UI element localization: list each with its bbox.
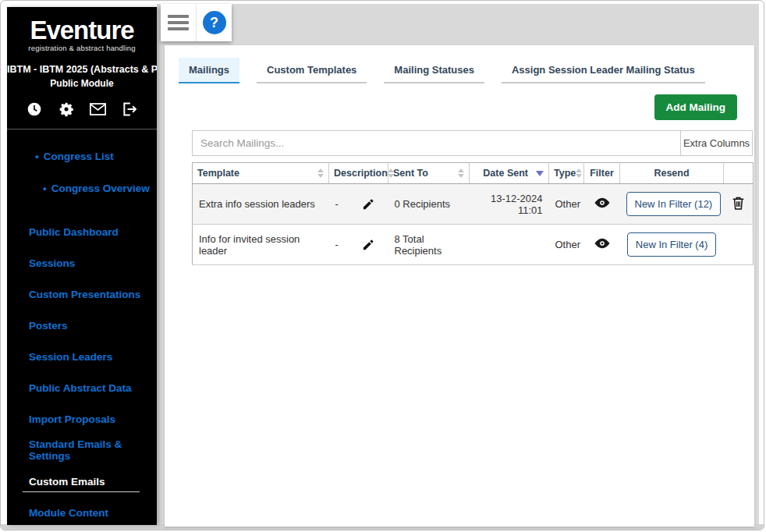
- pencil-icon: [362, 198, 374, 211]
- hamburger-icon: [168, 15, 189, 30]
- sidebar-item-congress-list[interactable]: Congress List: [7, 140, 157, 172]
- cell-resend: New In Filter (12): [620, 184, 724, 225]
- delete-button[interactable]: [732, 197, 744, 210]
- mailings-table-wrap: Template Description Sent To: [192, 162, 753, 265]
- sidebar-item-module-content[interactable]: Module Content: [7, 497, 157, 528]
- congress-block: IBTM - IBTM 2025 (Abstracts & Par... Pub…: [7, 64, 157, 89]
- cell-template: Info for invited session leader: [193, 225, 329, 265]
- sidebar-item-public-abstract-data[interactable]: Public Abstract Data: [7, 372, 157, 403]
- sort-icon: [317, 168, 324, 178]
- sidebar-item-custom-emails[interactable]: Custom Emails: [7, 466, 157, 497]
- sidebar-item-congress-overview[interactable]: Congress Overview: [7, 172, 157, 204]
- cell-actions: [724, 225, 754, 265]
- brand-tagline: registration & abstract handling: [7, 44, 157, 52]
- congress-title: IBTM - IBTM 2025 (Abstracts & Par...: [7, 64, 157, 75]
- cell-date-sent: 13-12-2024 11:01: [470, 184, 549, 225]
- sidebar-item-import-proposals[interactable]: Import Proposals: [7, 403, 157, 434]
- cell-type: Other: [549, 184, 584, 225]
- logout-icon[interactable]: [121, 101, 138, 118]
- column-header-template[interactable]: Template: [193, 163, 329, 184]
- sidebar: Eventure registration & abstract handlin…: [7, 7, 157, 525]
- column-header-resend: Resend: [620, 163, 724, 184]
- extra-columns-button[interactable]: Extra Columns: [680, 130, 753, 156]
- view-filter-button[interactable]: [594, 238, 610, 249]
- search-row: Extra Columns: [192, 130, 753, 156]
- search-input[interactable]: [192, 130, 681, 156]
- sidebar-item-public-dashboard[interactable]: Public Dashboard: [7, 216, 157, 247]
- tab-mailings[interactable]: Mailings: [179, 58, 239, 83]
- sidebar-spacer: [7, 204, 157, 216]
- column-header-filter: Filter: [584, 163, 620, 184]
- view-filter-button[interactable]: [594, 197, 610, 208]
- column-header-actions: [724, 163, 754, 184]
- module-label: Public Module: [7, 78, 157, 89]
- pencil-icon: [362, 239, 374, 251]
- table-header-row: Template Description Sent To: [193, 163, 754, 184]
- help-button[interactable]: ?: [196, 4, 232, 41]
- column-header-date-sent[interactable]: Date Sent: [470, 163, 549, 184]
- column-header-sent-to[interactable]: Sent To: [388, 163, 470, 184]
- sort-desc-icon: [536, 171, 544, 176]
- sort-icon: [576, 168, 582, 178]
- cell-resend: New In Filter (4): [620, 225, 724, 265]
- main-panel: Mailings Custom Templates Mailing Status…: [165, 45, 754, 527]
- cell-sent-to: 0 Recipients: [388, 184, 470, 225]
- cell-type: Other: [549, 225, 584, 265]
- sidebar-item-custom-presentations[interactable]: Custom Presentations: [7, 278, 157, 310]
- eye-icon: [594, 197, 610, 208]
- column-header-description[interactable]: Description: [329, 163, 388, 184]
- sort-icon: [458, 168, 464, 178]
- gear-icon[interactable]: [58, 101, 75, 118]
- resend-button[interactable]: New In Filter (12): [626, 192, 722, 216]
- menu-toggle-button[interactable]: [161, 4, 196, 41]
- sidebar-item-session-leaders[interactable]: Session Leaders: [7, 341, 157, 372]
- sidebar-item-sessions[interactable]: Sessions: [7, 247, 157, 278]
- add-mailing-button[interactable]: Add Mailing: [654, 94, 738, 120]
- tab-bar: Mailings Custom Templates Mailing Status…: [179, 58, 705, 83]
- cell-date-sent: [470, 225, 549, 265]
- eye-icon: [594, 238, 610, 249]
- app-window: Eventure registration & abstract handlin…: [0, 0, 764, 530]
- tab-custom-templates[interactable]: Custom Templates: [257, 58, 367, 83]
- clock-icon[interactable]: [26, 101, 43, 118]
- table-row: Info for invited session leader - 8 Tota…: [193, 225, 754, 265]
- help-icon: ?: [203, 11, 226, 34]
- cell-template: Extra info session leaders: [193, 184, 329, 225]
- sidebar-item-posters[interactable]: Posters: [7, 310, 157, 341]
- sidebar-icon-row: [7, 101, 157, 118]
- topbar: ?: [161, 4, 232, 41]
- brand-name: Eventure: [7, 17, 157, 43]
- edit-description-button[interactable]: [362, 239, 374, 251]
- tab-assign-session-leader-mailing-status[interactable]: Assign Session Leader Mailing Status: [502, 58, 705, 83]
- resend-button[interactable]: New In Filter (4): [627, 232, 716, 257]
- mailings-table: Template Description Sent To: [192, 162, 754, 265]
- table-row: Extra info session leaders - 0 Recipient…: [193, 184, 754, 225]
- cell-description: -: [329, 184, 388, 225]
- envelope-icon[interactable]: [89, 101, 106, 118]
- trash-icon: [732, 197, 744, 210]
- column-header-type[interactable]: Type: [549, 163, 584, 184]
- sidebar-item-standard-emails-settings[interactable]: Standard Emails & Settings: [7, 434, 157, 466]
- brand-logo: Eventure registration & abstract handlin…: [7, 7, 157, 52]
- cell-sent-to: 8 Total Recipients: [388, 225, 470, 265]
- cell-filter: [584, 184, 620, 225]
- cell-description: -: [329, 225, 388, 265]
- cell-filter: [584, 225, 620, 265]
- cell-actions: [724, 184, 754, 225]
- sidebar-nav: Congress List Congress Overview Public D…: [7, 129, 157, 528]
- tab-mailing-statuses[interactable]: Mailing Statuses: [384, 58, 484, 83]
- edit-description-button[interactable]: [362, 198, 374, 211]
